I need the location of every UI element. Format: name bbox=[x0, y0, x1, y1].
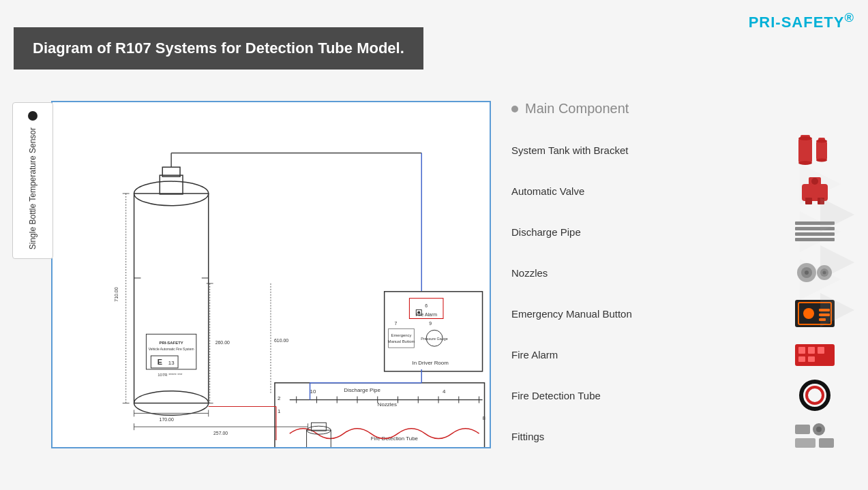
svg-point-99 bbox=[798, 136, 812, 140]
right-panel: Main Component System Tank with Bracket bbox=[505, 101, 845, 456]
svg-text:257.00: 257.00 bbox=[213, 431, 228, 435]
svg-point-100 bbox=[798, 161, 812, 165]
list-item: System Tank with Bracket bbox=[505, 130, 845, 170]
svg-text:2: 2 bbox=[278, 395, 280, 401]
svg-text:8: 8 bbox=[483, 415, 486, 421]
component-list: System Tank with Bracket Automatic Valve bbox=[505, 130, 845, 456]
svg-rect-128 bbox=[808, 347, 815, 354]
svg-rect-101 bbox=[816, 141, 827, 160]
list-item: Fire Alarm bbox=[505, 335, 845, 374]
svg-rect-127 bbox=[798, 347, 805, 354]
svg-rect-137 bbox=[795, 438, 815, 448]
decorative-arrows bbox=[817, 191, 858, 357]
logo-symbol: ® bbox=[844, 10, 854, 25]
svg-point-103 bbox=[816, 140, 827, 143]
svg-text:Manual Buttom: Manual Buttom bbox=[388, 339, 415, 343]
svg-rect-130 bbox=[798, 356, 805, 362]
svg-rect-134 bbox=[795, 425, 810, 434]
svg-point-133 bbox=[807, 387, 823, 403]
svg-text:10: 10 bbox=[310, 388, 316, 395]
svg-point-122 bbox=[803, 308, 814, 319]
svg-text:170.00: 170.00 bbox=[160, 417, 174, 422]
list-item: Nozzles bbox=[505, 253, 845, 292]
svg-text:13: 13 bbox=[168, 360, 175, 366]
component-icon-fittings bbox=[791, 419, 839, 453]
section-header: Main Component bbox=[505, 101, 845, 117]
svg-point-104 bbox=[816, 159, 827, 162]
svg-text:PRI-SAFETY: PRI-SAFETY bbox=[160, 341, 183, 345]
sidebar-dot bbox=[28, 111, 38, 121]
title-box: Diagram of R107 Systems for Detection Tu… bbox=[14, 27, 423, 70]
section-bullet bbox=[511, 106, 518, 112]
svg-text:4: 4 bbox=[443, 388, 446, 395]
svg-marker-141 bbox=[820, 293, 854, 327]
svg-point-107 bbox=[811, 178, 818, 185]
svg-rect-108 bbox=[805, 198, 812, 204]
list-item: Fire Detection Tube bbox=[505, 376, 845, 415]
page-title: Diagram of R107 Systems for Detection Tu… bbox=[33, 40, 404, 57]
svg-text:6: 6 bbox=[425, 303, 428, 308]
logo: PRI-SAFETY® bbox=[749, 10, 854, 31]
svg-text:1: 1 bbox=[278, 408, 281, 414]
list-item: Emergency Manual Button bbox=[505, 294, 845, 333]
svg-text:Emergency: Emergency bbox=[391, 333, 411, 337]
svg-text:7: 7 bbox=[395, 321, 398, 326]
list-item: Fittings bbox=[505, 416, 845, 456]
svg-point-43 bbox=[417, 311, 420, 314]
component-name-fittings: Fittings bbox=[511, 431, 791, 442]
svg-text:Pressure Gauge: Pressure Gauge bbox=[421, 337, 448, 341]
svg-point-136 bbox=[816, 427, 822, 432]
list-item: Discharge Pipe bbox=[505, 212, 845, 251]
component-name-tank: System Tank with Bracket bbox=[511, 144, 791, 156]
svg-rect-4 bbox=[134, 194, 209, 403]
svg-text:In Driver Room: In Driver Room bbox=[413, 360, 449, 366]
component-name-button: Emergency Manual Button bbox=[511, 308, 791, 320]
svg-text:260.00: 260.00 bbox=[215, 340, 230, 345]
svg-text:9: 9 bbox=[429, 321, 432, 326]
svg-text:610.00: 610.00 bbox=[274, 338, 288, 343]
component-name-nozzles: Nozzles bbox=[511, 267, 791, 279]
svg-text:Fire Detection Tube: Fire Detection Tube bbox=[371, 435, 419, 442]
svg-rect-138 bbox=[819, 438, 834, 448]
svg-rect-6 bbox=[160, 175, 183, 194]
diagram-container: PRI-SAFETY Vehicle Automatic Fire System… bbox=[51, 101, 491, 448]
svg-rect-131 bbox=[808, 356, 815, 362]
component-name-tube: Fire Detection Tube bbox=[511, 390, 791, 401]
svg-marker-139 bbox=[820, 198, 854, 232]
svg-rect-97 bbox=[798, 138, 812, 163]
component-name-valve: Automatic Valve bbox=[511, 185, 791, 197]
logo-text: PRI-SAFETY bbox=[749, 14, 845, 31]
component-name-pipe: Discharge Pipe bbox=[511, 226, 791, 238]
component-name-alarm: Fire Alarm bbox=[511, 349, 791, 361]
svg-text:Discharge Pipe: Discharge Pipe bbox=[344, 387, 380, 393]
svg-text:710.00: 710.00 bbox=[114, 287, 119, 301]
list-item: Automatic Valve bbox=[505, 171, 845, 211]
diagram-svg: PRI-SAFETY Vehicle Automatic Fire System… bbox=[53, 102, 490, 447]
svg-text:Nozzles: Nozzles bbox=[378, 401, 397, 408]
section-title: Main Component bbox=[525, 101, 629, 117]
component-icon-tank bbox=[791, 133, 839, 167]
svg-rect-44 bbox=[389, 328, 415, 348]
component-icon-tube bbox=[791, 378, 839, 412]
svg-text:E: E bbox=[158, 358, 162, 366]
sidebar-tab-label: Single Bottle Temperature Sensor bbox=[27, 127, 39, 249]
svg-text:107R ***** ***: 107R ***** *** bbox=[158, 373, 183, 377]
svg-point-116 bbox=[805, 271, 809, 275]
svg-text:Vehicle Automatic Fire System: Vehicle Automatic Fire System bbox=[149, 348, 194, 351]
sidebar-tab: Single Bottle Temperature Sensor bbox=[12, 102, 53, 259]
svg-marker-140 bbox=[820, 245, 854, 279]
